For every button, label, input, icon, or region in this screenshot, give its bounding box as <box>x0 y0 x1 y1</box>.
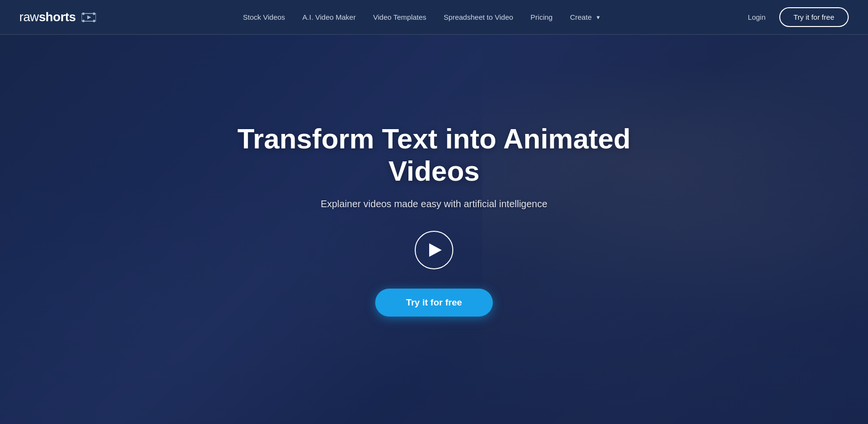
svg-rect-3 <box>93 13 95 15</box>
hero-cta-button[interactable]: Try it for free <box>375 289 493 317</box>
svg-rect-2 <box>82 20 84 22</box>
svg-rect-1 <box>82 13 84 15</box>
svg-marker-5 <box>87 15 91 19</box>
logo[interactable]: rawshorts <box>19 10 96 25</box>
nav-item-stock-videos[interactable]: Stock Videos <box>243 13 285 21</box>
nav-item-create[interactable]: Create ▼ <box>570 13 601 21</box>
hero-content: Transform Text into Animated Videos Expl… <box>0 35 868 424</box>
nav-item-pricing[interactable]: Pricing <box>530 13 553 21</box>
chevron-down-icon: ▼ <box>596 14 601 20</box>
logo-text: rawshorts <box>19 10 76 25</box>
logo-text-raw: raw <box>19 10 39 24</box>
hero-section: Transform Text into Animated Videos Expl… <box>0 35 868 424</box>
navbar: rawshorts Stock Videos A.I. Video Maker … <box>0 0 868 35</box>
play-button[interactable] <box>415 231 453 269</box>
svg-rect-4 <box>93 20 95 22</box>
nav-item-ai-video-maker[interactable]: A.I. Video Maker <box>302 13 356 21</box>
hero-subtitle: Explainer videos made easy with artifici… <box>321 199 547 210</box>
nav-item-video-templates[interactable]: Video Templates <box>373 13 426 21</box>
hero-title: Transform Text into Animated Videos <box>217 123 651 187</box>
nav-right: Login Try it for free <box>748 7 849 27</box>
logo-text-shorts: shorts <box>39 10 75 24</box>
nav-links: Stock Videos A.I. Video Maker Video Temp… <box>243 13 601 22</box>
play-triangle-icon <box>429 243 442 257</box>
nav-create-label: Create <box>570 13 592 21</box>
nav-try-free-button[interactable]: Try it for free <box>779 7 849 27</box>
logo-film-icon <box>81 13 96 22</box>
nav-item-spreadsheet-to-video[interactable]: Spreadsheet to Video <box>444 13 513 21</box>
nav-login-link[interactable]: Login <box>748 13 766 21</box>
